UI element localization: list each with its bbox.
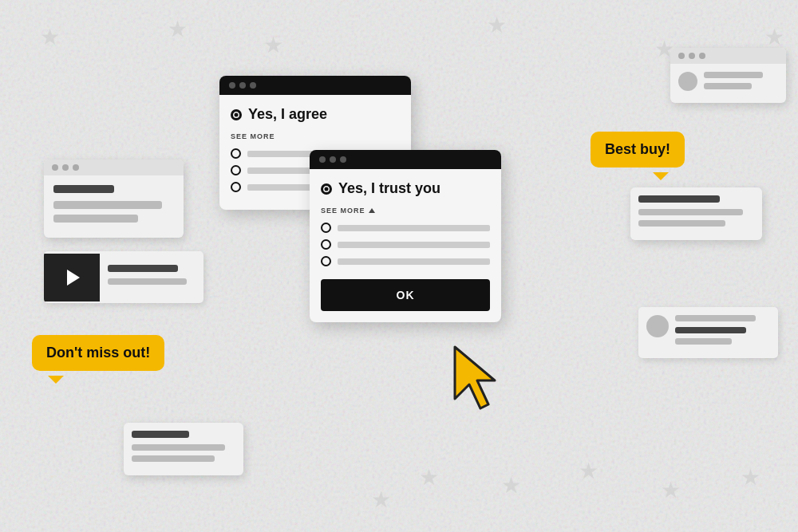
star-decoration: ★ [764, 24, 784, 50]
dialog-dot [340, 156, 346, 163]
play-icon [67, 270, 80, 286]
content-bar [675, 338, 732, 345]
window-dot [52, 164, 58, 171]
content-bar [132, 431, 189, 438]
star-decoration: ★ [371, 487, 391, 513]
star-decoration: ★ [263, 32, 283, 58]
speech-bubble-text: Don't miss out! [46, 345, 150, 361]
content-bar [704, 72, 763, 78]
video-info [100, 257, 203, 298]
star-decoration: ★ [661, 477, 681, 503]
option-bar [338, 258, 490, 265]
dialog-dot [330, 156, 336, 163]
window-dot [689, 53, 695, 59]
speech-bubble-text: Best buy! [605, 141, 670, 157]
dialog-dot [229, 82, 235, 89]
dialog-body: Yes, I trust you SEE MORE OK [310, 169, 501, 322]
browser-body [124, 423, 243, 475]
see-more-label: SEE MORE [321, 207, 490, 215]
content-bar [53, 185, 114, 193]
video-card [44, 251, 203, 303]
browser-titlebar [44, 160, 184, 175]
dialog-dot [250, 82, 256, 89]
speech-bubble-left: Don't miss out! [32, 335, 164, 371]
browser-card-bottom [124, 423, 243, 475]
browser-card-topleft [44, 160, 184, 238]
avatar [646, 315, 669, 337]
dialog-dot [319, 156, 326, 163]
dialog-titlebar [310, 150, 501, 169]
dialog-title-text: Yes, I trust you [338, 180, 440, 197]
profile-card-bottomright [638, 307, 778, 358]
option-bar [338, 242, 490, 248]
dialog-title-row: Yes, I trust you [321, 180, 490, 197]
window-dot [699, 53, 705, 59]
option-bar [338, 225, 490, 231]
content-bar [704, 83, 752, 89]
radio-option [321, 256, 331, 266]
content-bar [53, 201, 162, 209]
content-bar [108, 278, 187, 285]
star-decoration: ★ [487, 12, 507, 38]
option-row [321, 256, 490, 266]
radio-selected [231, 109, 242, 120]
radio-option [231, 165, 241, 175]
radio-option [231, 182, 241, 192]
see-more-label: SEE MORE [231, 132, 400, 140]
chevron-up-icon [369, 208, 375, 213]
radio-option [321, 223, 331, 233]
svg-marker-0 [455, 347, 495, 408]
dialog-title-text: Yes, I agree [248, 106, 327, 123]
window-dot [73, 164, 79, 171]
dialog-titlebar [219, 76, 411, 95]
browser-card-topright [670, 48, 786, 103]
browser-body [44, 175, 184, 238]
browser-body [670, 64, 786, 103]
radio-option [321, 239, 331, 250]
window-dot [678, 53, 685, 59]
star-decoration: ★ [40, 24, 60, 50]
option-row [321, 239, 490, 250]
radio-option [231, 148, 241, 159]
star-decoration: ★ [168, 16, 188, 42]
speech-bubble-right: Best buy! [591, 132, 685, 167]
dialog-trust: Yes, I trust you SEE MORE OK [310, 150, 501, 322]
content-bar [638, 195, 720, 203]
window-dot [62, 164, 69, 171]
dialog-dot [239, 82, 246, 89]
dialog-title-row: Yes, I agree [231, 106, 400, 123]
content-bar [108, 265, 178, 272]
content-bar [675, 327, 746, 333]
browser-body [630, 187, 762, 240]
star-decoration: ★ [741, 464, 760, 491]
video-thumbnail [44, 254, 100, 301]
content-bar [675, 315, 756, 321]
star-decoration: ★ [579, 458, 598, 484]
ok-button[interactable]: OK [321, 279, 490, 311]
radio-selected [321, 183, 332, 195]
cursor-arrow [447, 343, 511, 419]
content-bar [132, 455, 215, 462]
content-bar [53, 215, 138, 223]
content-bar [638, 220, 725, 227]
profile-info [675, 315, 770, 350]
content-bar [132, 444, 225, 451]
option-row [321, 223, 490, 233]
star-decoration: ★ [501, 472, 521, 499]
avatar [678, 72, 697, 91]
content-bar [638, 209, 743, 215]
browser-titlebar [670, 48, 786, 64]
star-decoration: ★ [419, 464, 439, 491]
scene: ★ ★ ★ ★ ★ ★ ★ ★ ★ ★ ★ ★ [0, 0, 798, 532]
browser-card-right [630, 187, 762, 240]
